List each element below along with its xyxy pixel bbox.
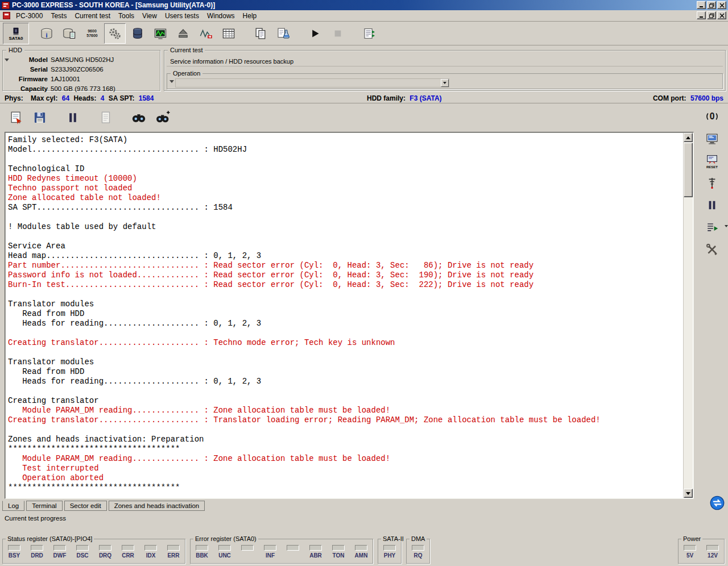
phys-label: Phys: xyxy=(5,94,23,102)
log-line xyxy=(8,328,681,338)
power-tray-button[interactable] xyxy=(172,23,194,44)
mdi-minimize-button[interactable] xyxy=(697,11,706,19)
find-button[interactable] xyxy=(127,107,150,128)
hdd-resources-button[interactable]: i xyxy=(36,23,57,44)
pause-rail-button[interactable] xyxy=(701,195,723,215)
run-script-button[interactable] xyxy=(701,218,723,237)
firmware-base-button[interactable] xyxy=(127,23,148,44)
sata0-port-button[interactable]: SATA0 xyxy=(3,23,29,44)
copy-log-button[interactable] xyxy=(94,107,117,128)
arrow-up-icon xyxy=(686,136,690,139)
current-test-legend: Current test xyxy=(168,47,205,53)
binoc2-icon xyxy=(155,110,170,125)
current-test-value: Service information / HDD resources back… xyxy=(167,56,723,66)
log-line: Zone allocated table not loaded! xyxy=(8,193,681,203)
hdd-panel: HDD ModelSAMSUNG HD502HJ SerialS233J90ZC… xyxy=(2,50,160,91)
led-indicator xyxy=(287,545,299,551)
copy-icon xyxy=(254,27,267,40)
restore-button[interactable] xyxy=(707,1,716,9)
log-line xyxy=(8,213,681,222)
sata2-cells: PHY xyxy=(383,545,396,562)
log-line: Heads for reading.................... : … xyxy=(8,377,681,386)
chevron-down-icon[interactable] xyxy=(725,225,728,227)
log-scrollbar[interactable] xyxy=(683,133,693,498)
save-log-button[interactable] xyxy=(28,107,51,128)
connection-status-icon[interactable] xyxy=(710,496,725,510)
hdd-serial-label: Serial xyxy=(4,66,51,73)
tests-button[interactable] xyxy=(272,23,294,44)
menu-bar: PC-3000TestsCurrent testToolsViewUsers t… xyxy=(0,10,728,22)
arrow-down-icon xyxy=(686,492,690,495)
mdi-close-button[interactable] xyxy=(717,11,726,19)
led-indicator xyxy=(355,545,367,551)
baud-rate-button[interactable]: 960057600 xyxy=(81,23,103,44)
oscilloscope-button[interactable] xyxy=(150,23,171,44)
menu-help[interactable]: Help xyxy=(239,11,261,21)
led-label: ABR xyxy=(309,552,322,559)
menu-tests[interactable]: Tests xyxy=(47,11,71,21)
stop-button[interactable] xyxy=(327,23,349,44)
minimize-button[interactable] xyxy=(697,1,706,9)
power-switch-button[interactable]: 0 xyxy=(701,107,723,126)
copy-button[interactable] xyxy=(250,23,271,44)
sector-table-button[interactable] xyxy=(218,23,239,44)
script-button[interactable] xyxy=(359,23,380,44)
tab-sector-edit[interactable]: Sector edit xyxy=(64,501,107,511)
menu-pc-3000[interactable]: PC-3000 xyxy=(12,11,47,21)
led-indicator xyxy=(144,545,157,551)
sheet-run-icon xyxy=(9,110,23,125)
led-crr: CRR xyxy=(121,545,135,562)
child-window-icon[interactable] xyxy=(3,12,10,19)
led-err: ERR xyxy=(167,545,180,562)
log-line: Service Area xyxy=(8,242,681,251)
log-text: Family selected: F3(SATA)Model..........… xyxy=(8,135,681,496)
operation-dropdown-button[interactable] xyxy=(441,79,449,87)
terminal-view-button[interactable] xyxy=(701,129,723,148)
menu-windows[interactable]: Windows xyxy=(203,11,239,21)
log-line: Head map................................… xyxy=(8,251,681,261)
scrollbar-thumb[interactable] xyxy=(684,143,693,197)
led-rq: RQ xyxy=(411,545,425,562)
find-next-button[interactable] xyxy=(151,107,174,128)
dma-cells: RQ xyxy=(411,545,425,562)
diagram-button[interactable] xyxy=(195,23,217,44)
led-amn: AMN xyxy=(354,545,368,562)
hdd-passport-button[interactable] xyxy=(59,23,80,44)
led-bbk: BBK xyxy=(195,545,209,562)
menu-tools[interactable]: Tools xyxy=(114,11,138,21)
log-line: Translator modules xyxy=(8,299,681,309)
hdd-firmware-row: Firmware1AJ10001 xyxy=(4,74,159,84)
scroll-up-button[interactable] xyxy=(684,133,693,142)
main-toolbar: SATA0 i960057600 xyxy=(0,22,728,45)
log-line xyxy=(8,290,681,299)
start-button[interactable] xyxy=(304,23,326,44)
operation-expand-arrow-icon[interactable] xyxy=(169,80,174,83)
menu-current-test[interactable]: Current test xyxy=(71,11,114,21)
reset-button[interactable]: RESET xyxy=(701,151,723,170)
report-button[interactable] xyxy=(5,107,27,128)
led-blank xyxy=(286,545,300,562)
menu-view[interactable]: View xyxy=(138,11,161,21)
svg-text:0: 0 xyxy=(710,111,715,121)
log-line: Password info is not loaded.............… xyxy=(8,270,681,280)
led-label: RQ xyxy=(414,552,423,559)
tools-button[interactable] xyxy=(701,240,723,259)
tab-terminal[interactable]: Terminal xyxy=(26,501,62,511)
mdi-restore-button[interactable] xyxy=(707,11,716,19)
led-abr: ABR xyxy=(309,545,322,562)
log-line: Creating translator.....................… xyxy=(8,415,681,425)
menu-users-tests[interactable]: Users tests xyxy=(161,11,203,21)
utility-settings-button[interactable] xyxy=(104,23,126,44)
pause-button[interactable] xyxy=(61,107,84,128)
binoc-icon xyxy=(131,110,146,125)
log-line xyxy=(8,232,681,242)
reset-button-caption: RESET xyxy=(706,165,718,169)
log-line xyxy=(8,386,681,396)
probe-button[interactable] xyxy=(701,173,723,193)
close-button[interactable] xyxy=(717,1,726,9)
tab-zones-and-heads-inactivation[interactable]: Zones and heads inactivation xyxy=(109,501,205,511)
scroll-down-button[interactable] xyxy=(684,489,693,498)
log-line: HDD Redynes timeout (10000) xyxy=(8,174,681,184)
operation-combobox[interactable] xyxy=(175,78,449,88)
tab-log[interactable]: Log xyxy=(2,501,24,511)
